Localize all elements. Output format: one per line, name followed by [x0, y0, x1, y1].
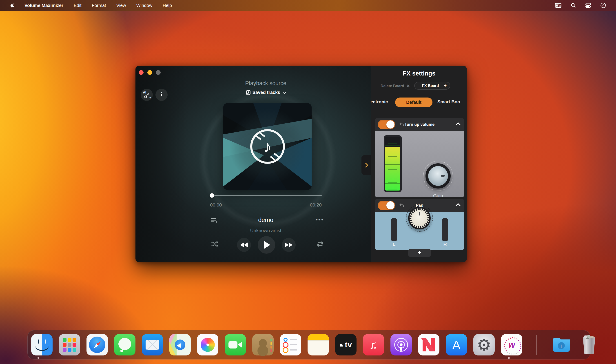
zoom-button[interactable]: [156, 70, 161, 75]
level-meter: [384, 135, 402, 192]
delete-board-label: Delete Board: [381, 84, 404, 88]
gain-label: Gain: [425, 193, 451, 198]
menu-item-help[interactable]: Help: [163, 3, 172, 8]
add-effect-label: +: [418, 249, 422, 256]
clock-icon[interactable]: [600, 2, 606, 8]
control-center-icon[interactable]: [585, 3, 591, 8]
music-note-icon: ♫: [369, 338, 378, 352]
tab-electronic[interactable]: ectronic: [371, 99, 388, 104]
dock-item-volume-maximizer[interactable]: w: [501, 334, 522, 355]
tv-label: tv: [345, 340, 352, 349]
pan-left-bar: [391, 218, 397, 241]
info-button[interactable]: i: [155, 89, 167, 101]
album-art: ♪: [223, 103, 312, 190]
dock-item-news[interactable]: [418, 334, 439, 355]
saved-tracks-icon: [246, 90, 250, 95]
play-button[interactable]: [258, 236, 275, 254]
dock-item-mail[interactable]: [142, 334, 163, 355]
module-turn-up-volume: Turn up volume: [375, 118, 464, 197]
minimize-button[interactable]: [147, 70, 152, 75]
menu-item-view[interactable]: View: [116, 3, 126, 8]
next-button[interactable]: [282, 238, 296, 252]
gain-knob[interactable]: [425, 163, 451, 189]
chevron-down-icon: [282, 90, 287, 94]
dock-item-reminders[interactable]: [280, 334, 301, 355]
shuffle-button[interactable]: [211, 241, 218, 248]
keyboard-icon[interactable]: ⌘: [555, 3, 562, 8]
dock-item-contacts[interactable]: [252, 334, 274, 355]
app-store-icon: A: [452, 338, 460, 352]
dock-item-system-settings[interactable]: ⚙: [473, 334, 495, 355]
dock-item-trash[interactable]: [578, 334, 600, 355]
gear-icon: ⚙: [477, 337, 491, 353]
svg-text:⌘: ⌘: [559, 5, 561, 7]
dock-item-music[interactable]: ♫: [363, 334, 384, 355]
app-window: AI ? i Playback source Saved tracks: [135, 65, 467, 262]
music-note-glyph: ♪: [252, 137, 283, 156]
fx-board-label: FX Board: [422, 84, 439, 88]
dock-item-apple-tv[interactable]: tv: [335, 334, 357, 355]
fx-panel-title: FX settings: [371, 70, 467, 77]
dock-item-downloads[interactable]: [551, 334, 572, 355]
seek-bar[interactable]: [210, 194, 322, 197]
dock-item-safari[interactable]: [87, 334, 108, 355]
volume-module-body: Gain: [375, 131, 464, 197]
pan-left-label: L: [391, 242, 397, 247]
dock-item-photos[interactable]: [197, 334, 218, 355]
previous-button[interactable]: [237, 238, 251, 252]
pan-right-bar: [442, 218, 448, 241]
close-icon: ✕: [406, 83, 410, 89]
menu-app-name[interactable]: Volume Maximizer: [25, 3, 63, 8]
dock-item-notes[interactable]: [308, 334, 329, 355]
running-indicator-finder: [38, 357, 39, 359]
add-board-icon[interactable]: +: [444, 83, 447, 89]
desktop: Volume Maximizer Edit Format View Window…: [0, 0, 616, 364]
add-effect-button[interactable]: +: [408, 249, 431, 257]
chevron-right-icon: [363, 162, 368, 168]
menu-item-window[interactable]: Window: [136, 3, 152, 8]
fx-board-selector[interactable]: FX Board +: [414, 82, 450, 90]
repeat-button[interactable]: [316, 241, 324, 248]
close-button[interactable]: [139, 70, 143, 75]
module-pan: Pan L R: [375, 199, 464, 250]
menu-item-format[interactable]: Format: [92, 3, 106, 8]
seek-track[interactable]: [210, 195, 322, 196]
dock-item-launchpad[interactable]: [59, 334, 80, 355]
music-note-badge-icon: ♪: [250, 129, 285, 164]
ai-button-question: ?: [149, 96, 151, 100]
apple-logo-icon: [340, 342, 344, 347]
seek-thumb[interactable]: [210, 193, 214, 198]
track-artist: Unknown artist: [160, 228, 371, 233]
apple-menu-icon[interactable]: [10, 3, 15, 8]
dock-item-facetime[interactable]: [225, 334, 246, 355]
pan-knob[interactable]: [408, 207, 431, 229]
dock-item-podcasts[interactable]: [390, 334, 412, 355]
search-icon[interactable]: [571, 3, 576, 8]
dock-item-app-store[interactable]: A: [446, 334, 467, 355]
dock-item-maps[interactable]: [169, 334, 191, 355]
delete-board-button[interactable]: Delete Board ✕: [381, 83, 410, 89]
module-header: Turn up volume: [375, 118, 464, 131]
fx-panel: FX settings Delete Board ✕ FX Board + ec…: [371, 65, 467, 262]
running-indicator-volume-maximizer: [508, 357, 510, 359]
tab-default[interactable]: Default: [395, 98, 433, 107]
preset-tabs: ectronic Default Smart Boo: [371, 98, 467, 107]
dock: tv ♫ A ⚙ w: [27, 330, 590, 360]
time-remaining: -00:20: [308, 202, 322, 208]
fx-drawer-handle[interactable]: [361, 155, 371, 175]
dock-item-finder[interactable]: [31, 334, 52, 355]
ai-assistant-button[interactable]: AI ?: [141, 89, 153, 101]
source-selector[interactable]: Saved tracks: [160, 90, 371, 95]
dock-item-messages[interactable]: [114, 334, 135, 355]
more-options-button[interactable]: ●●●: [314, 217, 325, 222]
menu-bar: Volume Maximizer Edit Format View Window…: [0, 0, 616, 11]
podcasts-icon: [400, 343, 403, 346]
pan-module-body: L R: [375, 212, 464, 250]
module-title: Turn up volume: [375, 118, 464, 131]
dock-divider: [536, 335, 537, 355]
transport-controls: [135, 234, 371, 257]
playback-source-label: Playback source: [160, 80, 371, 87]
menu-item-edit[interactable]: Edit: [74, 3, 81, 8]
tab-smart-boost[interactable]: Smart Boo: [437, 99, 460, 104]
player-pane: AI ? i Playback source Saved tracks: [135, 65, 371, 262]
